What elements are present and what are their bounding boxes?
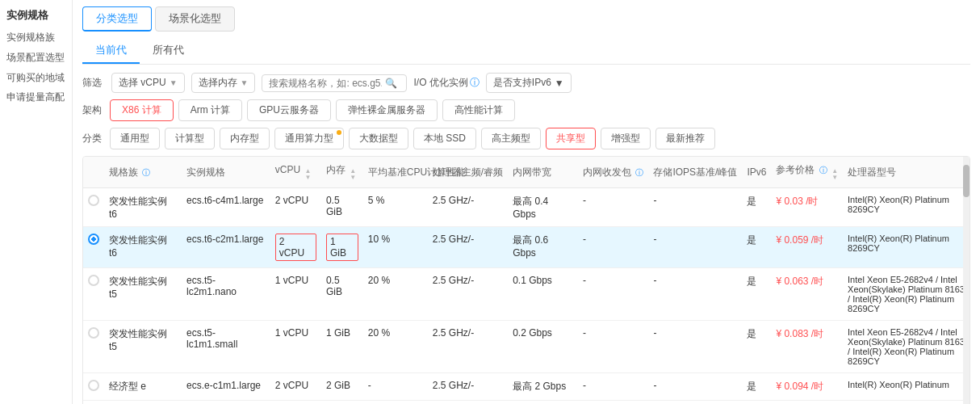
radio-button[interactable] — [88, 380, 99, 391]
radio-button[interactable] — [88, 234, 99, 245]
cat-btn-memory[interactable]: 内存型 — [220, 128, 270, 149]
general-compute-dot — [337, 130, 341, 135]
cell-ipv6: 是 — [742, 268, 771, 321]
cell-cpu-model: Intel(R) Xeon(R) Platinum 8269CY — [843, 188, 970, 227]
cat-btn-high-freq[interactable]: 高主频型 — [481, 128, 541, 149]
price-info-icon[interactable]: ⓘ — [819, 166, 827, 175]
table-row[interactable]: 突发性能实例 t6ecs.t6-c2m1.large2 vCPU1 GiB10 … — [83, 227, 970, 268]
cell-freq: 2.5 GHz/- — [428, 321, 508, 373]
table-row[interactable]: 经济型 eecs.e-c1m1.large2 vCPU2 GiB-2.5 GHz… — [83, 373, 970, 401]
th-vcpu[interactable]: vCPU ▲▼ — [270, 157, 321, 188]
cell-spec: ecs.e-c1m1.large — [182, 373, 270, 401]
tab-scenario-selection[interactable]: 场景化选型 — [155, 6, 235, 32]
cell-cpu-perf: 20 % — [363, 401, 428, 405]
radio-cell[interactable] — [83, 188, 104, 227]
cell-mem: 1 GiB — [321, 321, 363, 373]
cell-bandwidth: 最高 0.4 Gbps — [508, 188, 578, 227]
radio-button[interactable] — [88, 195, 99, 206]
th-ipv6: IPv6 — [742, 157, 771, 188]
table-row[interactable]: 突发性能实例 t6ecs.t6-c4m1.large2 vCPU0.5 GiB5… — [83, 188, 970, 227]
arch-btn-x86[interactable]: X86 计算 — [110, 99, 174, 121]
cat-btn-bigdata[interactable]: 大数据型 — [349, 128, 408, 149]
instance-table-wrapper: 规格族 ⓘ 实例规格 vCPU ▲▼ 内存 ▲▼ 平均基准CPU计算性能 — [82, 156, 970, 404]
th-cpu-model: 处理器型号 — [843, 157, 970, 188]
cell-bandwidth: 0.1 Gbps — [508, 268, 578, 321]
cell-spec: ecs.t5-lc2m1.nano — [182, 268, 270, 321]
th-bandwidth: 内网带宽 — [508, 157, 578, 188]
radio-cell[interactable] — [83, 373, 104, 401]
family-info-icon[interactable]: ⓘ — [142, 168, 150, 177]
cell-cpu-perf: - — [363, 373, 428, 401]
table-row[interactable]: 突发性能实例 t6ecs.t6-c1m1.large2 vCPU2 GiB20 … — [83, 401, 970, 405]
cell-spec: ecs.t5-lc1m1.small — [182, 321, 270, 373]
arch-btn-gpu[interactable]: GPU云服务器 — [247, 99, 331, 121]
arch-btn-bare-metal[interactable]: 弹性裸金属服务器 — [336, 99, 438, 121]
scroll-indicator[interactable] — [963, 157, 970, 404]
cell-cpu-perf: 10 % — [363, 227, 428, 268]
cell-family: 突发性能实例 t6 — [104, 401, 182, 405]
cell-price: ¥ 0.118 /时 — [771, 401, 843, 405]
cell-ipv6: 是 — [742, 227, 771, 268]
cat-btn-recommended[interactable]: 最新推荐 — [655, 128, 715, 149]
sidebar-item-scenario[interactable]: 场景配置选型 — [6, 51, 65, 65]
arch-row: 架构 X86 计算 Arm 计算 GPU云服务器 弹性裸金属服务器 高性能计算 — [82, 99, 970, 121]
radio-button[interactable] — [88, 275, 99, 286]
pps-info-icon[interactable]: ⓘ — [635, 168, 643, 177]
cat-btn-enhanced[interactable]: 增强型 — [601, 128, 651, 149]
table-row[interactable]: 突发性能实例 t5ecs.t5-lc2m1.nano1 vCPU0.5 GiB2… — [83, 268, 970, 321]
cell-mem: 1 GiB — [321, 227, 363, 268]
cat-btn-local-ssd[interactable]: 本地 SSD — [413, 128, 476, 149]
radio-cell[interactable] — [83, 227, 104, 268]
radio-cell[interactable] — [83, 321, 104, 373]
arch-btn-arm[interactable]: Arm 计算 — [178, 99, 242, 121]
sidebar-title: 实例规格 — [6, 8, 65, 23]
sub-tab-all[interactable]: 所有代 — [140, 38, 197, 64]
vcpu-sort-icon: ▲▼ — [305, 168, 312, 181]
sidebar-item-family[interactable]: 实例规格族 — [6, 31, 65, 44]
cell-freq: 2.5 GHz/- — [428, 227, 508, 268]
tab-category-selection[interactable]: 分类选型 — [82, 6, 152, 32]
cat-row: 分类 通用型 计算型 内存型 通用算力型 大数据型 本地 SSD 高主频型 共享… — [82, 128, 970, 149]
cell-iops: - — [648, 188, 742, 227]
radio-cell[interactable] — [83, 401, 104, 405]
ipv6-select[interactable]: 是否支持IPv6 ▼ — [486, 73, 572, 93]
arch-btn-hpc[interactable]: 高性能计算 — [442, 99, 515, 121]
search-input[interactable] — [269, 78, 382, 89]
cat-btn-compute[interactable]: 计算型 — [165, 128, 215, 149]
cell-iops: - — [648, 401, 742, 405]
table-row[interactable]: 突发性能实例 t5ecs.t5-lc1m1.small1 vCPU1 GiB20… — [83, 321, 970, 373]
cell-cpu-model: Intel(R) Xeon(R) Platinum — [843, 373, 970, 401]
mem-sort-icon: ▲▼ — [350, 168, 356, 181]
cell-iops: - — [648, 268, 742, 321]
cell-bandwidth: 最高 1 Gbps — [508, 401, 578, 405]
sidebar-item-apply[interactable]: 申请提量高配 — [6, 90, 65, 104]
mem-select[interactable]: 选择内存 ▼ — [191, 73, 256, 93]
cell-bandwidth: 最高 0.6 Gbps — [508, 227, 578, 268]
cell-family: 突发性能实例 t5 — [104, 321, 182, 373]
vcpu-select[interactable]: 选择 vCPU ▼ — [111, 73, 185, 93]
cell-price: ¥ 0.083 /时 — [771, 321, 843, 373]
io-opt-link[interactable]: ⓘ — [470, 76, 480, 90]
sidebar-item-region[interactable]: 可购买的地域 — [6, 71, 65, 85]
radio-cell[interactable] — [83, 268, 104, 321]
th-price[interactable]: 参考价格 ⓘ ▲▼ — [771, 157, 843, 188]
cell-vcpu: 2 vCPU — [270, 401, 321, 405]
search-box[interactable]: 🔍 — [262, 74, 407, 92]
cat-btn-shared[interactable]: 共享型 — [546, 128, 596, 149]
cell-spec: ecs.t6-c1m1.large — [182, 401, 270, 405]
cat-btn-general[interactable]: 通用型 — [110, 128, 160, 149]
scroll-thumb — [963, 165, 970, 197]
cell-spec: ecs.t6-c2m1.large — [182, 227, 270, 268]
radio-button[interactable] — [88, 327, 99, 339]
vcpu-arrow-icon: ▼ — [170, 78, 178, 87]
main-content: 分类选型 场景化选型 当前代 所有代 筛选 选择 vCPU ▼ 选择内存 ▼ 🔍 — [73, 0, 980, 404]
cell-ipv6: 是 — [742, 373, 771, 401]
cell-family: 突发性能实例 t6 — [104, 188, 182, 227]
instance-table: 规格族 ⓘ 实例规格 vCPU ▲▼ 内存 ▲▼ 平均基准CPU计算性能 — [83, 157, 970, 404]
cell-cpu-perf: 20 % — [363, 268, 428, 321]
cell-pps: - — [578, 268, 648, 321]
cat-btn-general-compute[interactable]: 通用算力型 — [274, 128, 344, 149]
th-mem[interactable]: 内存 ▲▼ — [321, 157, 363, 188]
cell-bandwidth: 0.2 Gbps — [508, 321, 578, 373]
sub-tab-current[interactable]: 当前代 — [82, 38, 140, 64]
